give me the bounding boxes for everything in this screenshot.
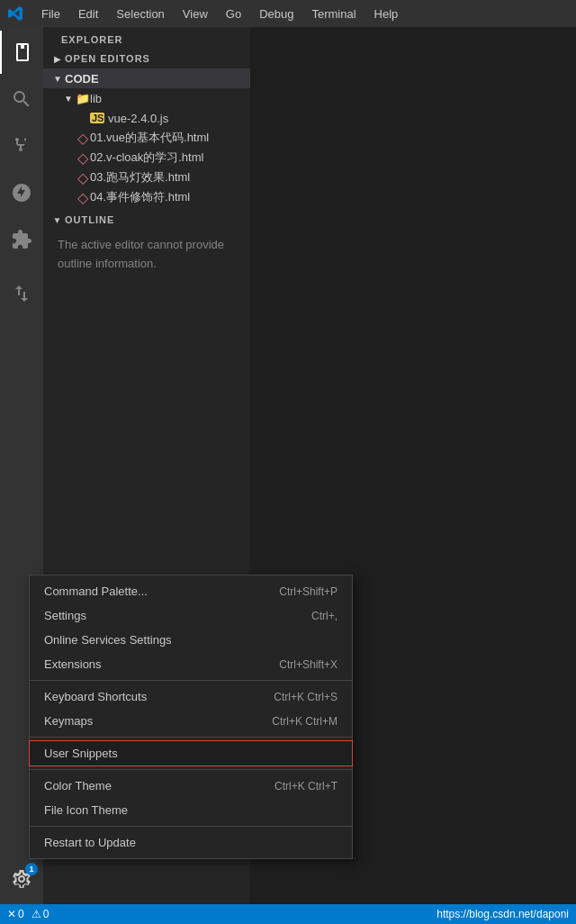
titlebar: File Edit Selection View Go Debug Termin… (0, 0, 576, 27)
lib-folder[interactable]: ▼ 📁 lib (43, 88, 250, 108)
code-chevron-icon: ▼ (50, 74, 65, 84)
menu-bar: File Edit Selection View Go Debug Termin… (34, 5, 405, 23)
explorer-title: EXPLORER (43, 27, 250, 49)
menu-command-palette[interactable]: Command Palette... Ctrl+Shift+P (30, 579, 352, 603)
warning-icon: ⚠ (32, 908, 41, 920)
html-file-04[interactable]: ◇ 04.事件修饰符.html (43, 187, 250, 207)
error-icon: ✕ (7, 908, 16, 920)
menu-settings-shortcut: Ctrl+, (311, 610, 338, 622)
statusbar: ✕ 0 ⚠ 0 https://blog.csdn.net/daponi (0, 904, 576, 924)
menu-color-theme-shortcut: Ctrl+K Ctrl+T (274, 780, 338, 793)
menu-extensions-shortcut: Ctrl+Shift+X (279, 658, 338, 671)
lib-folder-label: lib (90, 92, 250, 105)
vscode-logo-icon (7, 5, 23, 22)
outline-title-label: OUTLINE (65, 214, 114, 225)
outline-chevron-icon: ▼ (50, 215, 65, 225)
menu-keymaps-label: Keymaps (44, 714, 272, 728)
separator-4 (30, 826, 352, 827)
separator-1 (30, 680, 352, 681)
menu-keyboard-shortcuts-shortcut: Ctrl+K Ctrl+S (274, 691, 338, 703)
open-editors-chevron-icon: ▶ (50, 54, 65, 64)
menu-edit[interactable]: Edit (71, 5, 105, 23)
warning-number: 0 (43, 908, 50, 920)
warning-count[interactable]: ⚠ 0 (32, 908, 50, 920)
vue-file-label: vue-2.4.0.js (108, 112, 250, 125)
statusbar-link[interactable]: https://blog.csdn.net/daponi (436, 908, 569, 920)
outline-section: ▼ OUTLINE The active editor cannot provi… (43, 211, 250, 281)
menu-selection[interactable]: Selection (109, 5, 171, 23)
menu-keymaps[interactable]: Keymaps Ctrl+K Ctrl+M (30, 709, 352, 733)
lib-chevron-icon: ▼ (61, 94, 76, 104)
error-count[interactable]: ✕ 0 (7, 908, 24, 920)
html-icon-03: ◇ (76, 169, 90, 186)
html-file-01-label: 01.vue的基本代码.html (90, 130, 250, 146)
outline-title[interactable]: ▼ OUTLINE (43, 211, 250, 229)
context-menu: Command Palette... Ctrl+Shift+P Settings… (29, 575, 353, 859)
folder-icon: 📁 (76, 92, 90, 105)
activity-explorer[interactable] (0, 31, 43, 74)
menu-help[interactable]: Help (367, 5, 406, 23)
html-file-01[interactable]: ◇ 01.vue的基本代码.html (43, 128, 250, 148)
menu-user-snippets[interactable]: User Snippets (30, 741, 352, 765)
activity-extensions[interactable] (0, 218, 43, 261)
outline-empty-message: The active editor cannot provide outline… (43, 229, 250, 281)
html-icon-02: ◇ (76, 149, 90, 167)
menu-keyboard-shortcuts[interactable]: Keyboard Shortcuts Ctrl+K Ctrl+S (30, 684, 352, 709)
menu-file-icon-theme-label: File Icon Theme (44, 803, 338, 817)
html-file-04-label: 04.事件修饰符.html (90, 189, 250, 205)
html-file-03-label: 03.跑马灯效果.html (90, 169, 250, 186)
html-icon-01: ◇ (76, 130, 90, 147)
menu-extensions[interactable]: Extensions Ctrl+Shift+X (30, 652, 352, 676)
menu-keymaps-shortcut: Ctrl+K Ctrl+M (272, 715, 338, 728)
menu-extensions-label: Extensions (44, 657, 279, 671)
menu-restart-label: Restart to Update (44, 836, 338, 849)
html-file-03[interactable]: ◇ 03.跑马灯效果.html (43, 168, 250, 187)
js-file-icon: JS (90, 113, 104, 123)
menu-debug[interactable]: Debug (252, 5, 301, 23)
open-editors-label: OPEN EDITORS (65, 53, 250, 64)
menu-color-theme[interactable]: Color Theme Ctrl+K Ctrl+T (30, 774, 352, 798)
menu-online-services[interactable]: Online Services Settings (30, 628, 352, 652)
html-icon-04: ◇ (76, 189, 90, 206)
activity-source-control[interactable] (0, 124, 43, 168)
menu-online-services-label: Online Services Settings (44, 633, 338, 647)
separator-3 (30, 769, 352, 770)
html-file-02-label: 02.v-cloak的学习.html (90, 149, 250, 166)
menu-keyboard-shortcuts-label: Keyboard Shortcuts (44, 690, 274, 703)
menu-file[interactable]: File (34, 5, 68, 23)
vue-file[interactable]: JS vue-2.4.0.js (43, 108, 250, 128)
error-number: 0 (18, 908, 24, 920)
statusbar-left: ✕ 0 ⚠ 0 (7, 908, 49, 920)
menu-user-snippets-label: User Snippets (44, 747, 338, 760)
menu-settings[interactable]: Settings Ctrl+, (30, 603, 352, 628)
menu-command-palette-shortcut: Ctrl+Shift+P (279, 585, 338, 598)
separator-2 (30, 737, 352, 738)
menu-go[interactable]: Go (219, 5, 248, 23)
activity-remote[interactable] (0, 272, 43, 315)
menu-restart-to-update[interactable]: Restart to Update (30, 830, 352, 855)
html-file-02[interactable]: ◇ 02.v-cloak的学习.html (43, 148, 250, 168)
activity-debug[interactable] (0, 171, 43, 214)
menu-command-palette-label: Command Palette... (44, 584, 279, 598)
open-editors-section[interactable]: ▶ OPEN EDITORS (43, 49, 250, 68)
menu-view[interactable]: View (176, 5, 215, 23)
gear-badge: 1 (25, 863, 38, 875)
code-folder-label: CODE (65, 72, 250, 86)
activity-search[interactable] (0, 77, 43, 121)
menu-color-theme-label: Color Theme (44, 779, 274, 793)
menu-settings-label: Settings (44, 609, 311, 622)
settings-gear-button[interactable]: 1 (0, 857, 43, 901)
code-folder[interactable]: ▼ CODE (43, 68, 250, 88)
menu-terminal[interactable]: Terminal (304, 5, 363, 23)
menu-file-icon-theme[interactable]: File Icon Theme (30, 798, 352, 822)
